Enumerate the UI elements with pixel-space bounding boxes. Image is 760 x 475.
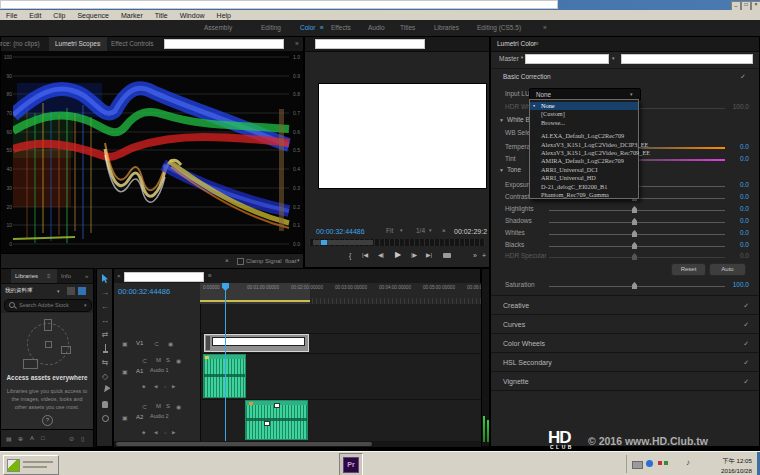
razor-tool[interactable]: [103, 344, 108, 353]
tab-lumetri-scopes[interactable]: Lumetri Scopes: [55, 41, 100, 48]
section-curves[interactable]: Curves ✓: [491, 314, 759, 334]
scopes-panel-menu-icon[interactable]: ≡: [97, 41, 101, 48]
voiceover-record-icon mic-icon[interactable]: ◉: [176, 403, 181, 410]
hscrollbar-thumb[interactable]: [116, 442, 372, 446]
contrast-value[interactable]: 0.0: [740, 193, 749, 200]
tray-clock[interactable]: 下午 12:05 2016/10/28: [698, 456, 752, 475]
libraries-overflow-icon[interactable]: »: [85, 273, 88, 279]
scopes-tab-overflow-icon[interactable]: »: [295, 41, 299, 48]
quick-launch-button[interactable]: [3, 455, 59, 475]
fit-dropdown[interactable]: Fit: [386, 228, 393, 235]
voiceover-record-icon mic-icon[interactable]: ◉: [176, 357, 181, 364]
saturation-value[interactable]: 100.0: [733, 281, 749, 288]
lut-item[interactable]: ALEXA_Default_LogC2Rec709: [530, 132, 638, 140]
section-enabled-check[interactable]: ✓: [743, 378, 749, 386]
sequence-tab-redacted[interactable]: [124, 272, 204, 282]
lut-item-browse[interactable]: Browse...: [530, 119, 638, 127]
lut-item[interactable]: Phantom_Rec709_Gamma: [530, 191, 638, 199]
saturation-slider[interactable]: [549, 286, 725, 287]
temperature-value[interactable]: 0.0: [740, 143, 749, 150]
shadows-slider[interactable]: [549, 222, 725, 223]
saturation-row[interactable]: Saturation 100.0: [491, 279, 759, 291]
scrub-playhead[interactable]: [321, 240, 327, 245]
tab-redacted[interactable]: [164, 39, 284, 49]
section-creative[interactable]: Creative ✓: [491, 295, 759, 315]
a2-track-name[interactable]: Audio 2: [150, 414, 169, 420]
hdr-specular-thumb[interactable]: [632, 253, 637, 260]
lut-item[interactable]: ARRI_Universal_HD: [530, 174, 638, 182]
close-icon[interactable]: ×: [117, 273, 121, 279]
reset-button[interactable]: Reset: [671, 263, 706, 276]
timeline-panel-menu-icon[interactable]: ≡: [208, 273, 212, 280]
highlights-row[interactable]: Highlights 0.0: [491, 203, 759, 215]
ripple-edit-tool[interactable]: ↔: [97, 316, 113, 325]
tab-info[interactable]: Info: [61, 273, 71, 279]
chevron-down-icon[interactable]: ▾: [429, 228, 432, 233]
timeline-timecode[interactable]: 00:00:32:44486: [118, 288, 170, 296]
play-button[interactable]: ▶: [395, 251, 401, 259]
workspace-tab-libraries[interactable]: Libraries: [434, 25, 459, 32]
mute-button[interactable]: M: [156, 357, 161, 363]
tab-lumetri-color[interactable]: Lumetri Color: [497, 41, 536, 48]
section-hsl-secondary[interactable]: HSL Secondary ✓: [491, 352, 759, 372]
track-output-eye-icon[interactable]: ◉: [168, 340, 173, 347]
search-box[interactable]: Search Adobe Stock ▾: [4, 299, 92, 312]
lut-item-none[interactable]: •None: [530, 102, 638, 110]
goto-in-button[interactable]: |◀: [362, 252, 368, 258]
lut-item-custom[interactable]: [Custom]: [530, 110, 638, 118]
mute-button[interactable]: M: [156, 403, 161, 409]
goto-out-button[interactable]: ▶|: [426, 252, 432, 258]
chevron-down-icon[interactable]: ▾: [612, 56, 615, 61]
a1-track-label[interactable]: A1: [136, 368, 143, 374]
a1-track-name[interactable]: Audio 1: [150, 368, 169, 374]
workspace-tab-titles[interactable]: Titles: [400, 25, 415, 32]
hdr-specular-value[interactable]: 0.0: [740, 252, 749, 259]
track-lock-icon[interactable]: ▣: [122, 368, 128, 375]
tint-value[interactable]: 0.0: [740, 155, 749, 162]
section-enabled-check[interactable]: ✓: [743, 321, 749, 329]
highlights-slider[interactable]: [549, 210, 725, 211]
solo-button[interactable]: S: [166, 357, 170, 363]
button-editor-button[interactable]: +: [482, 252, 486, 259]
track-select-backward-tool[interactable]: ←: [97, 302, 113, 311]
workspace-tab-editing[interactable]: Editing: [261, 25, 281, 32]
basic-correction-header[interactable]: Basic Correction: [503, 74, 551, 81]
source-patch-icon[interactable]: ⊂: [142, 357, 147, 364]
monitor-tab-redacted[interactable]: [315, 39, 425, 49]
workspace-panel-menu-icon[interactable]: ≡: [320, 25, 324, 32]
blacks-slider[interactable]: [549, 246, 725, 247]
menu-title[interactable]: Title: [149, 12, 174, 19]
slip-tool[interactable]: ⇆: [97, 358, 113, 367]
menu-clip[interactable]: Clip: [47, 12, 71, 19]
chevron-down-icon[interactable]: ▾: [57, 289, 60, 294]
tab-libraries[interactable]: Libraries: [15, 273, 38, 279]
keyframe-next-icon[interactable]: ▶: [172, 430, 175, 435]
step-forward-button[interactable]: |▶: [411, 252, 417, 258]
tray-green-icon[interactable]: [664, 461, 668, 465]
menu-file[interactable]: File: [0, 12, 23, 19]
section-enabled-check[interactable]: ✓: [743, 359, 749, 367]
monitor-timecode[interactable]: 00:00:32:44486: [316, 228, 365, 235]
section-color-wheels[interactable]: Color Wheels ✓: [491, 333, 759, 353]
blacks-thumb[interactable]: [632, 242, 637, 249]
lut-item[interactable]: ARRI_Universal_DCI: [530, 166, 638, 174]
keyframe-icon[interactable]: ○: [164, 384, 167, 389]
solo-button[interactable]: S: [166, 403, 170, 409]
hdr-specular-row[interactable]: HDR Specular 0.0: [491, 250, 759, 262]
shadows-thumb[interactable]: [632, 218, 637, 225]
new-graphic-icon[interactable]: ▤: [6, 435, 12, 442]
chevron-down-icon[interactable]: ▾: [297, 258, 300, 263]
keyframe-icon[interactable]: ○: [164, 430, 167, 435]
menu-edit[interactable]: Edit: [23, 12, 47, 19]
clamp-signal-checkbox[interactable]: [237, 258, 244, 265]
saturation-thumb[interactable]: [632, 282, 637, 289]
lut-item[interactable]: AMIRA_Default_LogC2Rec709: [530, 157, 638, 165]
chevron-down-icon[interactable]: ▾: [84, 303, 87, 308]
a2-track-label[interactable]: A2: [136, 414, 143, 420]
export-frame-button camera-icon[interactable]: [443, 253, 451, 258]
auto-button[interactable]: Auto: [709, 263, 746, 276]
pen-tool[interactable]: [102, 385, 111, 394]
menu-window[interactable]: Window: [174, 12, 211, 19]
keyframe-add-icon[interactable]: ◆: [142, 384, 145, 389]
workspace-tab-effects[interactable]: Effects: [331, 25, 351, 32]
